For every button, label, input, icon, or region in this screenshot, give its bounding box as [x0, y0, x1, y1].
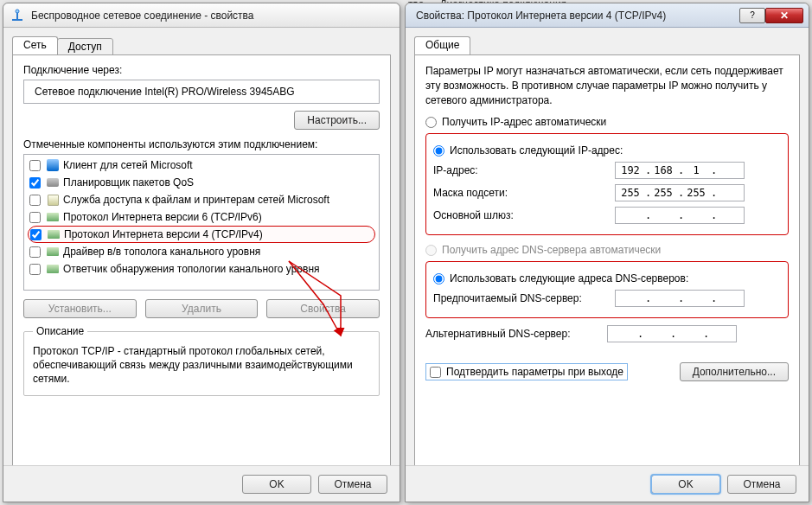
cancel-button[interactable]: Отмена [727, 475, 796, 494]
file-share-icon [46, 193, 60, 207]
configure-button[interactable]: Настроить... [294, 111, 380, 130]
dns-manual-group: Использовать следующие адреса DNS-сервер… [425, 261, 789, 318]
description-title: Описание [33, 325, 87, 337]
ip-manual-radio[interactable] [433, 145, 444, 157]
list-item[interactable]: Ответчик обнаружения топологии канальног… [28, 260, 375, 278]
svg-rect-1 [12, 19, 22, 21]
connect-via-label: Подключение через: [23, 64, 380, 76]
dialog-buttons: OK Отмена [3, 465, 400, 502]
mask-label: Маска подсети: [433, 187, 615, 199]
list-item-ipv4[interactable]: Протокол Интернета версии 4 (TCP/IPv4) [28, 226, 375, 243]
remove-button[interactable]: Удалить [145, 299, 259, 318]
titlebar[interactable]: Беспроводное сетевое соединение - свойст… [3, 3, 400, 28]
protocol-icon [46, 245, 60, 259]
checkbox[interactable] [29, 160, 41, 171]
ok-button[interactable]: OK [242, 475, 311, 494]
ip-auto-row[interactable]: Получить IP-адрес автоматически [425, 116, 789, 128]
list-item[interactable]: Протокол Интернета версии 6 (TCP/IPv6) [28, 208, 375, 226]
checkbox[interactable] [29, 246, 41, 258]
dns-alt-label: Альтернативный DNS-сервер: [425, 328, 607, 340]
window-title: Беспроводное сетевое соединение - свойст… [28, 10, 394, 22]
description-text: Протокол TCP/IP - стандартный протокол г… [33, 344, 370, 387]
dns-alt-field[interactable]: . . . [607, 325, 737, 342]
connection-properties-window: Беспроводное сетевое соединение - свойст… [3, 3, 400, 502]
cancel-button[interactable]: Отмена [318, 475, 387, 494]
tab-network[interactable]: Сеть [12, 36, 58, 55]
gateway-label: Основной шлюз: [433, 209, 615, 221]
checkbox[interactable] [29, 195, 41, 206]
ip-address-label: IP-адрес: [433, 164, 615, 176]
adapter-name: Сетевое подключение Intel(R) PRO/Wireles… [35, 86, 295, 98]
validate-checkbox[interactable] [430, 367, 441, 378]
ip-address-field[interactable]: 192. 168. 1. [615, 162, 745, 179]
validate-row[interactable]: Подтвердить параметры при выходе [425, 363, 628, 380]
tab-general[interactable]: Общие [414, 36, 470, 55]
components-label: Отмеченные компоненты используются этим … [23, 138, 380, 150]
dialog-buttons: OK Отмена [406, 465, 809, 502]
mask-field[interactable]: 255. 255. 255. [615, 184, 745, 201]
help-button[interactable]: ? [739, 8, 765, 23]
properties-button[interactable]: Свойства [266, 299, 380, 318]
adapter-box: Сетевое подключение Intel(R) PRO/Wireles… [23, 80, 380, 104]
advanced-button[interactable]: Дополнительно... [680, 362, 789, 381]
titlebar[interactable]: Свойства: Протокол Интернета версии 4 (T… [406, 3, 809, 28]
ok-button[interactable]: OK [651, 475, 720, 494]
ip-manual-group: Использовать следующий IP-адрес: IP-адре… [425, 133, 789, 235]
qos-icon [46, 176, 60, 189]
components-listbox[interactable]: Клиент для сетей Microsoft Планировщик п… [23, 154, 380, 291]
protocol-icon [46, 262, 60, 276]
protocol-icon [47, 227, 61, 241]
checkbox[interactable] [29, 212, 41, 223]
checkbox[interactable] [29, 177, 41, 189]
dns-manual-radio[interactable] [433, 273, 444, 284]
client-icon [46, 158, 60, 172]
window-title: Свойства: Протокол Интернета версии 4 (T… [412, 10, 739, 22]
dns-manual-row[interactable]: Использовать следующие адреса DNS-сервер… [433, 272, 781, 284]
close-button[interactable]: ✕ [765, 8, 803, 23]
list-item[interactable]: Клиент для сетей Microsoft [28, 157, 375, 174]
checkbox[interactable] [29, 264, 41, 275]
tab-access[interactable]: Доступ [57, 38, 113, 55]
checkbox[interactable] [30, 229, 42, 240]
tabstrip: Общие [414, 35, 800, 55]
dns-pref-label: Предпочитаемый DNS-сервер: [433, 292, 615, 304]
svg-point-2 [16, 10, 19, 13]
ip-manual-row[interactable]: Использовать следующий IP-адрес: [433, 144, 781, 157]
gateway-field[interactable]: . . . [615, 207, 745, 224]
list-item[interactable]: Служба доступа к файлам и принтерам сете… [28, 191, 375, 208]
list-item[interactable]: Драйвер в/в тополога канального уровня [28, 243, 375, 260]
network-icon [10, 9, 24, 22]
dns-auto-row: Получить адрес DNS-сервера автоматически [425, 244, 789, 256]
list-item[interactable]: Планировщик пакетов QoS [28, 174, 375, 191]
install-button[interactable]: Установить... [23, 299, 137, 318]
ipv4-properties-window: Свойства: Протокол Интернета версии 4 (T… [405, 3, 809, 502]
info-text: Параметры IP могут назначаться автоматич… [425, 64, 789, 107]
ip-auto-radio[interactable] [425, 117, 437, 128]
dns-pref-field[interactable]: . . . [615, 290, 745, 307]
tabstrip: Сеть Доступ [12, 35, 391, 55]
description-fieldset: Описание Протокол TCP/IP - стандартный п… [23, 325, 380, 396]
dns-auto-radio [425, 245, 437, 256]
protocol-icon [46, 210, 60, 224]
